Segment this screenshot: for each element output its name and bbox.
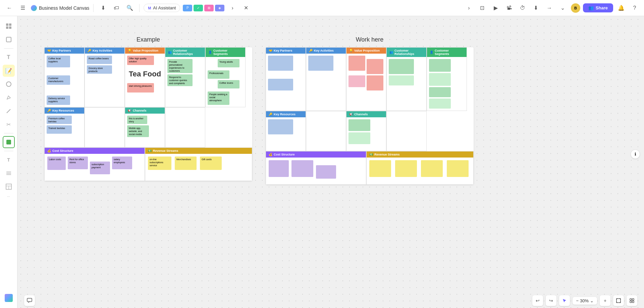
sticky-note[interactable]: Young adults	[218, 59, 239, 67]
work-sticky-note[interactable]	[389, 59, 414, 74]
expand-button[interactable]: ›	[464, 3, 474, 13]
tea-food-sticky[interactable]: Tea Food	[127, 66, 163, 82]
info-hint-button[interactable]: ℹ	[631, 149, 640, 159]
work-sticky-note[interactable]	[269, 160, 289, 177]
sticky-note[interactable]: start driving pleasures	[127, 83, 154, 93]
work-sticky-note[interactable]	[348, 119, 370, 131]
work-cost-structure-label: Cost Structure	[274, 153, 295, 156]
sticky-note[interactable]: Premium coffee baristas	[47, 116, 72, 124]
sticky-note[interactable]: Rent for office stores	[68, 157, 88, 169]
sticky-note[interactable]: Provide personalized experiences to cust…	[167, 59, 193, 73]
close-tabs-button[interactable]: ✕	[240, 3, 251, 13]
tab-icon-3[interactable]: ⊞	[204, 5, 214, 11]
undo-button[interactable]: ↩	[532, 295, 543, 306]
work-sticky-note[interactable]	[268, 56, 293, 71]
work-sticky-note[interactable]	[429, 99, 451, 109]
sticky-note[interactable]: Delivery service suppliers	[47, 96, 70, 105]
sidebar-brush-button[interactable]	[3, 105, 15, 117]
ai-assistant-button[interactable]: M AI Assistant	[144, 4, 180, 12]
sidebar-color-button[interactable]	[3, 136, 15, 148]
menu-button[interactable]: ☰	[17, 3, 28, 13]
sidebar-scissors-button[interactable]: ✂	[3, 118, 15, 130]
work-sticky-note[interactable]	[316, 165, 336, 179]
sidebar-shape-button[interactable]	[3, 78, 15, 90]
sticky-note[interactable]: Roast coffee beans	[87, 56, 112, 64]
tab-icon-4[interactable]: ◈	[215, 5, 224, 11]
sidebar-text2-button[interactable]: T	[3, 154, 15, 166]
chevron-down-button[interactable]: ⌄	[557, 3, 568, 13]
divider-2	[139, 4, 140, 12]
sidebar-sticky-button[interactable]: 📝	[3, 65, 15, 77]
work-sticky-note[interactable]	[348, 132, 370, 144]
frame-button[interactable]: ⊡	[477, 3, 488, 13]
sticky-note[interactable]: Gift cards	[200, 157, 222, 170]
export-button[interactable]: ⬇	[531, 3, 541, 13]
sidebar-pen-button[interactable]	[3, 91, 15, 104]
timer-button[interactable]: ⏱	[517, 3, 528, 13]
work-sticky-note[interactable]	[395, 160, 417, 177]
sidebar-table-button[interactable]	[3, 181, 15, 193]
redo-button[interactable]: ↪	[546, 295, 556, 306]
zoom-chevron-icon[interactable]: ⌄	[590, 298, 594, 303]
sticky-note[interactable]: salary employees	[112, 157, 132, 169]
zoom-in-button[interactable]: +	[600, 295, 610, 306]
sidebar-list-button[interactable]	[3, 167, 15, 179]
sticky-note[interactable]: this is another story	[127, 116, 147, 124]
work-sticky-note[interactable]	[367, 75, 383, 90]
sticky-note[interactable]: Coffee lovers	[218, 80, 239, 88]
work-sticky-note[interactable]	[308, 56, 333, 71]
zoom-control[interactable]: − 30% ⌄	[573, 297, 597, 305]
search-button[interactable]: 🔍	[124, 3, 135, 13]
work-sticky-note[interactable]	[348, 56, 365, 71]
sticky-note[interactable]: Customer manufacturers	[47, 75, 70, 85]
fit-button[interactable]	[613, 295, 624, 306]
work-sticky-note[interactable]	[291, 160, 313, 177]
work-sticky-note[interactable]	[447, 160, 469, 177]
notification-button[interactable]: 🔔	[616, 3, 627, 13]
work-sticky-note[interactable]	[369, 160, 391, 177]
tag-button[interactable]: 🏷	[111, 3, 122, 13]
work-sticky-note[interactable]	[421, 160, 443, 177]
back-button[interactable]: ←	[4, 3, 15, 13]
sidebar-brand-button[interactable]	[3, 292, 15, 304]
arrow-button[interactable]: →	[544, 3, 555, 13]
cursor-button[interactable]	[559, 295, 570, 306]
more-tabs-button[interactable]: ›	[227, 3, 238, 13]
work-sticky-note[interactable]	[268, 119, 293, 134]
sticky-note[interactable]: Labor costs	[47, 157, 66, 170]
tab-icon-2[interactable]: ✓	[194, 5, 203, 11]
play-button[interactable]: ▶	[490, 3, 501, 13]
work-sticky-note[interactable]	[367, 59, 383, 74]
sticky-note[interactable]: Coffee local suppliers	[47, 56, 70, 67]
comment-button[interactable]	[24, 295, 35, 306]
work-bottom-row: 💰 Cost Structure 💵 Revenue	[266, 151, 474, 185]
sidebar-home-button[interactable]	[3, 20, 15, 32]
sticky-note[interactable]: Trained baristas	[47, 125, 72, 134]
sticky-note[interactable]: Professionals	[208, 70, 229, 79]
work-value-proposition-label: Value Proposition	[354, 49, 380, 52]
help-button[interactable]: ?	[629, 3, 640, 13]
sticky-note[interactable]: subscription payment	[90, 162, 110, 174]
zoom-minus-icon[interactable]: −	[576, 298, 579, 303]
present-button[interactable]: 📽	[504, 3, 515, 13]
download-button[interactable]: ⬇	[98, 3, 108, 13]
work-sticky-note[interactable]	[389, 75, 414, 85]
work-sticky-note[interactable]	[429, 87, 451, 97]
sticky-note[interactable]: Merchandises	[175, 157, 197, 170]
work-sticky-note[interactable]	[429, 73, 451, 86]
sticky-note[interactable]: People seeking a social atmosphere	[208, 91, 229, 105]
sidebar-text-button[interactable]: T	[3, 51, 15, 63]
grid-button[interactable]	[627, 295, 637, 306]
main-canvas[interactable]: Example 🤝 Key Partners Coffee local supp…	[17, 16, 644, 308]
sidebar-frame-button[interactable]	[3, 34, 15, 46]
work-sticky-note[interactable]	[348, 75, 365, 87]
share-button[interactable]: 👥 Share	[583, 3, 613, 12]
work-sticky-note[interactable]	[268, 79, 293, 90]
sticky-note[interactable]: Mobile app, website, and social media	[127, 125, 149, 137]
sticky-note[interactable]: Respond to customer queries and complain…	[167, 74, 193, 86]
sticky-note[interactable]: Grocery store products	[87, 65, 112, 74]
sticky-note[interactable]: on-line subscriptions service	[148, 157, 171, 170]
work-sticky-note[interactable]	[429, 59, 451, 72]
tab-icon-1[interactable]: P	[183, 5, 192, 11]
sticky-note[interactable]: Offer high quality solution	[127, 56, 154, 65]
